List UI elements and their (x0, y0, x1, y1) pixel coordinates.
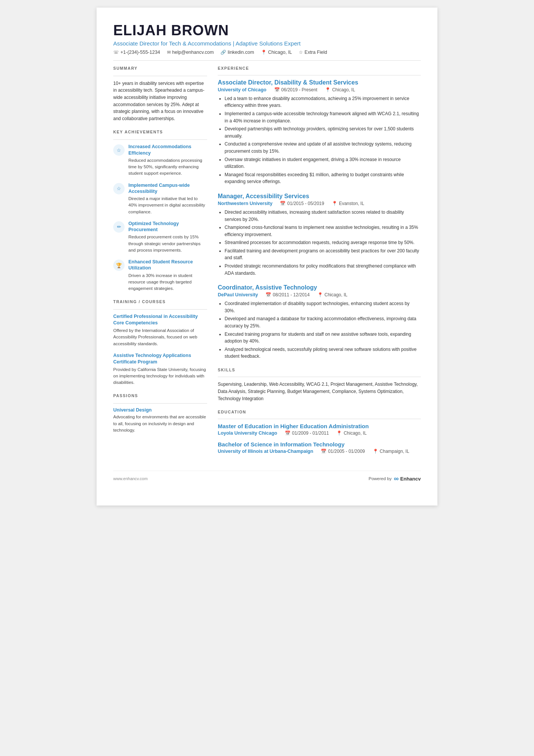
exp-job-title: Manager, Accessibility Services (218, 193, 421, 200)
pin-icon: 📍 (317, 292, 323, 297)
phone-icon: ☏ (113, 50, 119, 55)
achievement-item: ✏ Optimized Technology Procurement Reduc… (113, 221, 207, 254)
calendar-icon: 📅 (285, 430, 290, 436)
main-content: SUMMARY 10+ years in disability services… (113, 66, 421, 459)
achievement-icon: ✏ (117, 224, 121, 230)
edu-meta: University of Illinois at Urbana-Champai… (218, 449, 421, 454)
achievements-label: KEY ACHIEVEMENTS (113, 130, 207, 134)
achievement-title: Enhanced Student Resource Utilization (128, 259, 207, 271)
achievements-divider (113, 139, 207, 140)
exp-location: 📍Evanston, IL (332, 201, 364, 206)
exp-bullet: Developed and managed a database for tra… (225, 315, 421, 329)
exp-bullet: Provided strategic recommendations for p… (225, 263, 421, 277)
achievement-item: ☆ Increased Accommodations Efficiency Re… (113, 144, 207, 177)
exp-bullet: Coordinated implementation of disability… (225, 300, 421, 314)
location-text: Chicago, IL (268, 50, 292, 55)
achievement-item: 🏆 Enhanced Student Resource Utilization … (113, 259, 207, 292)
summary-section: SUMMARY 10+ years in disability services… (113, 66, 207, 122)
education-item: Bachelor of Science in Information Techn… (218, 441, 421, 454)
pin-icon: 📍 (325, 87, 331, 92)
edu-org: University of Illinois at Urbana-Champai… (218, 449, 313, 454)
exp-org: University of Chicago (218, 87, 267, 92)
achievement-desc: Reduced accommodations processing time b… (128, 157, 207, 177)
edu-dates: 📅01/2009 - 01/2011 (285, 430, 329, 436)
training-label: TRAINING / COURSES (113, 299, 207, 304)
exp-bullets: Coordinated implementation of disability… (218, 300, 421, 360)
achievement-body: Optimized Technology Procurement Reduced… (128, 221, 207, 254)
calendar-icon: 📅 (274, 87, 280, 92)
achievement-desc: Reduced procurement costs by 15% through… (128, 234, 207, 254)
brand-name: Enhancv (400, 476, 421, 482)
achievement-icon-wrap: ✏ (113, 221, 125, 233)
pin-icon: 📍 (336, 430, 342, 436)
location-icon: 📍 (261, 50, 267, 55)
resume-footer: www.enhancv.com Powered by ∞ Enhancv (113, 471, 421, 483)
extra-icon: ☆ (299, 50, 303, 55)
left-column: SUMMARY 10+ years in disability services… (113, 66, 207, 459)
candidate-title: Associate Director for Tech & Accommodat… (113, 40, 421, 47)
linkedin-text: linkedin.com (228, 50, 254, 55)
exp-bullet: Streamlined processes for accommodation … (225, 239, 421, 246)
edu-org: Loyola University Chicago (218, 430, 277, 436)
exp-bullet: Managed fiscal responsibilities exceedin… (225, 171, 421, 185)
summary-text: 10+ years in disability services with ex… (113, 80, 207, 122)
achievement-icon-wrap: ☆ (113, 144, 125, 156)
achievement-desc: Driven a 30% increase in student resourc… (128, 272, 207, 292)
email-text: help@enhancv.com (172, 50, 214, 55)
exp-bullet: Facilitated training and development pro… (225, 247, 421, 261)
education-section: EDUCATION Master of Education in Higher … (218, 410, 421, 454)
contact-email: ✉ help@enhancv.com (167, 50, 214, 55)
passions-label: PASSIONS (113, 393, 207, 398)
skills-label: SKILLS (218, 368, 421, 372)
exp-bullet: Led a team to enhance disability accommo… (225, 95, 421, 109)
edu-meta: Loyola University Chicago 📅01/2009 - 01/… (218, 430, 421, 436)
key-achievements-section: KEY ACHIEVEMENTS ☆ Increased Accommodati… (113, 130, 207, 292)
candidate-name: ELIJAH BROWN (113, 23, 421, 39)
footer-powered: Powered by ∞ Enhancv (368, 475, 421, 483)
experience-list: Associate Director, Disability & Student… (218, 79, 421, 360)
footer-url: www.enhancv.com (113, 476, 148, 481)
training-item: Assistive Technology Applications Certif… (113, 352, 207, 386)
passion-title: Universal Design (113, 407, 207, 413)
exp-meta: Northwestern University 📅01/2015 - 05/20… (218, 201, 421, 206)
exp-bullet: Executed training programs for students … (225, 331, 421, 345)
contact-extra: ☆ Extra Field (299, 50, 327, 55)
exp-meta: DePaul University 📅08/2011 - 12/2014 📍Ch… (218, 292, 421, 297)
header: ELIJAH BROWN Associate Director for Tech… (113, 23, 421, 55)
exp-job-title: Associate Director, Disability & Student… (218, 79, 421, 86)
phone-text: +1-(234)-555-1234 (120, 50, 160, 55)
enhancv-logo: ∞ Enhancv (394, 475, 421, 483)
skills-text: Supervising, Leadership, Web Accessibili… (218, 381, 421, 403)
linkedin-icon: 🔗 (220, 50, 226, 55)
exp-job-title: Coordinator, Assistive Technology (218, 284, 421, 291)
experience-divider (218, 75, 421, 75)
training-list: Certified Professional in Accessibility … (113, 313, 207, 386)
edu-degree: Master of Education in Higher Education … (218, 423, 421, 429)
experience-label: EXPERIENCE (218, 66, 421, 70)
passion-item: Universal Design Advocating for environm… (113, 407, 207, 434)
email-icon: ✉ (167, 50, 171, 55)
exp-bullet: Oversaw strategic initiatives in student… (225, 156, 421, 170)
logo-icon: ∞ (394, 475, 399, 483)
summary-divider (113, 76, 207, 76)
passion-desc: Advocating for environments that are acc… (113, 414, 207, 434)
header-divider (113, 60, 421, 61)
exp-org: DePaul University (218, 292, 258, 297)
training-title: Certified Professional in Accessibility … (113, 313, 207, 326)
exp-bullet: Developed partnerships with technology p… (225, 125, 421, 139)
passions-divider (113, 403, 207, 404)
exp-bullet: Directed accessibility initiatives, incr… (225, 209, 421, 223)
training-desc: Provided by California State University,… (113, 366, 207, 386)
experience-section: EXPERIENCE Associate Director, Disabilit… (218, 66, 421, 360)
exp-bullets: Led a team to enhance disability accommo… (218, 95, 421, 185)
education-list: Master of Education in Higher Education … (218, 423, 421, 454)
experience-item: Manager, Accessibility Services Northwes… (218, 193, 421, 277)
achievement-desc: Directed a major initiative that led to … (128, 196, 207, 215)
achievement-icon-wrap: ☆ (113, 183, 125, 194)
exp-org: Northwestern University (218, 201, 272, 206)
powered-by-text: Powered by (368, 476, 392, 481)
exp-bullet: Implemented a campus-wide accessible tec… (225, 110, 421, 124)
education-item: Master of Education in Higher Education … (218, 423, 421, 436)
achievement-icon-wrap: 🏆 (113, 260, 125, 271)
training-desc: Offered by the International Association… (113, 327, 207, 347)
